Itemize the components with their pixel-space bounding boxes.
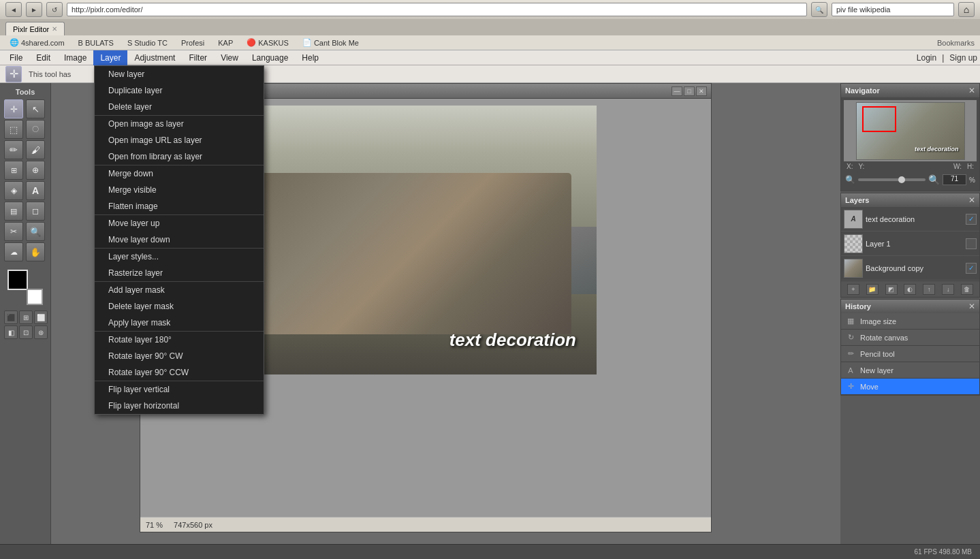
menu-new-layer[interactable]: New layer	[95, 66, 264, 82]
forward-button[interactable]: ►	[26, 2, 42, 17]
zoom-slider[interactable]	[858, 178, 926, 181]
menu-open-image-as-layer[interactable]: Open image as layer	[95, 116, 264, 132]
history-item-move[interactable]: ✛ Move	[841, 379, 979, 395]
window-minimize-btn[interactable]: —	[671, 86, 682, 96]
extra-btn-2[interactable]: ⊞	[19, 310, 33, 324]
gradient-tool-btn[interactable]: ▤	[4, 202, 23, 221]
menu-help[interactable]: Help	[295, 50, 326, 65]
layer-folder-btn[interactable]: 📁	[866, 284, 879, 295]
history-item-pencil-tool[interactable]: ✏ Pencil tool	[841, 346, 979, 362]
foreground-color[interactable]	[7, 270, 28, 290]
fill-tool-btn[interactable]: ◈	[4, 181, 23, 200]
extra-btn-6[interactable]: ⊛	[34, 325, 48, 339]
menu-rotate-layer-90ccw[interactable]: Rotate layer 90° CCW	[95, 364, 264, 381]
shape-tool-btn[interactable]: ◻	[26, 202, 45, 221]
extra-btn-3[interactable]: ⬜	[34, 310, 48, 324]
tab-close-icon[interactable]: ✕	[52, 25, 57, 33]
layer-add-btn[interactable]: +	[847, 284, 859, 295]
extra-btn-4[interactable]: ◧	[4, 325, 18, 339]
layer-delete-btn[interactable]: 🗑	[961, 284, 973, 295]
menu-layer[interactable]: Layer	[93, 50, 127, 65]
menu-view[interactable]: View	[214, 50, 245, 65]
menu-flatten-image[interactable]: Flatten image	[95, 198, 264, 214]
window-maximize-btn[interactable]: □	[684, 86, 695, 96]
zoom-out-icon[interactable]: 🔍	[845, 175, 855, 185]
menu-delete-layer-mask[interactable]: Delete layer mask	[95, 298, 264, 315]
navigator-close-btn[interactable]: ✕	[968, 86, 975, 95]
menu-filter[interactable]: Filter	[182, 50, 214, 65]
login-link[interactable]: Login	[917, 53, 936, 63]
layer-move-down-btn[interactable]: ↓	[942, 284, 954, 295]
bookmark-kap[interactable]: KAP	[214, 37, 237, 48]
clone-tool-btn[interactable]: ⊕	[26, 161, 45, 180]
zoom-in-icon[interactable]: 🔍	[928, 174, 940, 185]
menu-rotate-layer-90cw[interactable]: Rotate layer 90° CW	[95, 348, 264, 364]
bookmark-4shared[interactable]: 🌐 4shared.com	[5, 37, 69, 48]
menu-adjustment[interactable]: Adjustment	[127, 50, 182, 65]
layer-mask-btn[interactable]: ◩	[885, 284, 898, 295]
lasso-tool-btn[interactable]: 〇	[26, 120, 45, 139]
search-go-button[interactable]: 🔍	[811, 2, 827, 17]
menu-flip-layer-vertical[interactable]: Flip layer vertical	[95, 381, 264, 398]
zoom-input[interactable]: 71	[943, 174, 966, 185]
pencil-tool-btn[interactable]: ✏	[4, 140, 23, 159]
menu-duplicate-layer[interactable]: Duplicate layer	[95, 82, 264, 99]
brush-tool-btn[interactable]: 🖌	[26, 140, 45, 159]
move-tool-btn[interactable]: ✛	[4, 99, 23, 118]
menu-move-layer-down[interactable]: Move layer down	[95, 231, 264, 248]
layer-visible-layer1[interactable]	[966, 238, 977, 249]
layer-item-text-decoration[interactable]: A text decoration ✓	[841, 207, 979, 231]
extra-btn-5[interactable]: ⊡	[19, 325, 33, 339]
menu-merge-down[interactable]: Merge down	[95, 165, 264, 182]
bookmark-studiotc[interactable]: S Studio TC	[123, 37, 172, 48]
menu-apply-layer-mask[interactable]: Apply layer mask	[95, 315, 264, 331]
layer-visible-text-decoration[interactable]: ✓	[966, 214, 977, 225]
bookmark-kaskus[interactable]: 🔴 KASKUS	[242, 37, 293, 48]
menu-open-image-url-as-layer[interactable]: Open image URL as layer	[95, 132, 264, 148]
menu-move-layer-up[interactable]: Move layer up	[95, 215, 264, 231]
menu-open-from-library-as-layer[interactable]: Open from library as layer	[95, 148, 264, 165]
menu-layer-styles[interactable]: Layer styles...	[95, 249, 264, 265]
menu-delete-layer[interactable]: Delete layer	[95, 99, 264, 115]
active-tab[interactable]: Pixlr Editor ✕	[5, 22, 65, 35]
layer-adjust-btn[interactable]: ◐	[904, 284, 916, 295]
layer-visible-background-copy[interactable]: ✓	[966, 263, 977, 274]
search-bar[interactable]: piv file wikipedia	[832, 3, 954, 16]
move-tool-active[interactable]: ✛	[5, 66, 22, 82]
bookmark-cantblokme[interactable]: 📄 Cant Blok Me	[298, 37, 363, 48]
menu-merge-visible[interactable]: Merge visible	[95, 182, 264, 198]
url-bar[interactable]: http://pixlr.com/editor/	[67, 3, 807, 16]
menu-language[interactable]: Language	[245, 50, 295, 65]
menu-rasterize-layer[interactable]: Rasterize layer	[95, 265, 264, 281]
layer-item-background-copy[interactable]: Background copy ✓	[841, 256, 979, 281]
layer-item-layer1[interactable]: Layer 1	[841, 231, 979, 256]
layers-close-btn[interactable]: ✕	[968, 195, 975, 205]
selection-tool-btn[interactable]: ↖	[26, 99, 45, 118]
hand-tool-btn[interactable]: ✋	[26, 242, 45, 261]
bookmark-bulats[interactable]: B BULATS	[74, 37, 118, 48]
signup-link[interactable]: Sign up	[949, 53, 977, 63]
history-close-btn[interactable]: ✕	[968, 302, 975, 311]
blur-tool-btn[interactable]: ☁	[4, 242, 23, 261]
crop-tool-btn[interactable]: ✂	[4, 222, 23, 241]
background-color[interactable]	[27, 289, 43, 305]
menu-flip-layer-horizontal[interactable]: Flip layer horizontal	[95, 398, 264, 414]
zoom-tool-btn[interactable]: 🔍	[26, 222, 45, 241]
menu-rotate-layer-180[interactable]: Rotate layer 180°	[95, 332, 264, 348]
layer-move-up-btn[interactable]: ↑	[923, 284, 935, 295]
rect-select-btn[interactable]: ⬚	[4, 120, 23, 139]
patch-tool-btn[interactable]: ⊞	[4, 161, 23, 180]
history-item-new-layer[interactable]: A New layer	[841, 362, 979, 379]
menu-add-layer-mask[interactable]: Add layer mask	[95, 282, 264, 298]
bookmark-profesi[interactable]: Profesi	[177, 37, 208, 48]
canvas-image[interactable]: text decoration	[236, 106, 597, 374]
home-button[interactable]: ⌂	[958, 2, 975, 17]
window-close-btn[interactable]: ✕	[696, 86, 707, 96]
reload-button[interactable]: ↺	[46, 2, 63, 17]
menu-image[interactable]: Image	[57, 50, 93, 65]
extra-btn-1[interactable]: ⬛	[4, 310, 18, 324]
text-tool-btn[interactable]: A	[26, 181, 45, 200]
back-button[interactable]: ◄	[5, 2, 22, 17]
history-item-rotate-canvas[interactable]: ↻ Rotate canvas	[841, 330, 979, 346]
menu-edit[interactable]: Edit	[29, 50, 57, 65]
